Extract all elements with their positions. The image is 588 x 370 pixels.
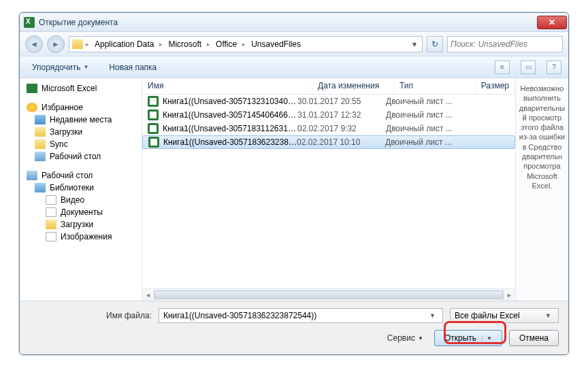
nav-bar: ◄ ► ▸ Application Data ▸ Microsoft ▸ Off… — [20, 32, 568, 56]
breadcrumb-item[interactable]: UnsavedFiles — [248, 38, 304, 50]
close-button[interactable]: ✕ — [537, 16, 567, 29]
chevron-right-icon: ▸ — [242, 41, 246, 48]
scroll-left-arrow[interactable]: ◄ — [142, 289, 154, 301]
col-type[interactable]: Тип — [394, 78, 476, 94]
file-type: Двоичный лист ... — [386, 124, 474, 133]
sidebar-excel[interactable]: Microsoft Excel — [20, 82, 142, 95]
sidebar-favorites[interactable]: Избранное — [20, 101, 142, 114]
col-size[interactable]: Размер — [476, 78, 515, 94]
sidebar-item-sync[interactable]: Sync — [20, 138, 142, 150]
file-type: Двоичный лист ... — [386, 97, 474, 106]
libraries-icon — [35, 183, 46, 192]
file-date: 31.01.2017 12:32 — [297, 110, 386, 120]
file-name: Книга1((Unsaved-305714540646655616)) — [163, 110, 297, 120]
sidebar-item-downloads2[interactable]: Загрузки — [20, 218, 142, 231]
toolbar: Упорядочить▼ Новая папка ≡ ▭ ? — [20, 56, 568, 78]
file-row[interactable]: Книга1((Unsaved-305718362323872544))02.0… — [142, 135, 515, 149]
organize-button[interactable]: Упорядочить▼ — [27, 60, 94, 75]
folder-icon — [72, 39, 83, 49]
forward-button[interactable]: ► — [47, 35, 65, 53]
filename-input[interactable] — [163, 311, 427, 320]
view-options-button[interactable]: ≡ — [495, 61, 510, 74]
dialog-body: Microsoft Excel Избранное Недавние места… — [20, 78, 568, 301]
scroll-right-arrow[interactable]: ► — [503, 289, 515, 301]
file-list: Имя Дата изменения Тип Размер Книга1((Un… — [142, 78, 515, 301]
file-icon — [148, 123, 159, 134]
folder-icon — [35, 139, 46, 149]
chevron-down-icon[interactable]: ▼ — [482, 335, 492, 341]
file-row[interactable]: Книга1((Unsaved-305713231034017392))30.0… — [142, 95, 515, 108]
sidebar-item-desktop[interactable]: Рабочий стол — [20, 150, 142, 163]
file-name: Книга1((Unsaved-305718311263139024)) — [163, 124, 297, 133]
window-title: Открытие документа — [39, 18, 537, 27]
preview-toggle-button[interactable]: ▭ — [521, 61, 536, 74]
sidebar-item-documents[interactable]: Документы — [20, 206, 142, 218]
file-name: Книга1((Unsaved-305713231034017392)) — [163, 97, 297, 106]
documents-icon — [46, 207, 56, 217]
preview-pane: Невозможно выполнить дварительный просмо… — [515, 78, 568, 301]
back-button[interactable]: ◄ — [25, 35, 43, 53]
search-box[interactable] — [447, 36, 563, 52]
search-input[interactable] — [451, 39, 559, 49]
address-dropdown[interactable]: ▾ — [410, 39, 419, 49]
breadcrumb-item[interactable]: Application Data — [92, 38, 157, 50]
images-icon — [46, 232, 56, 241]
star-icon — [27, 103, 37, 112]
list-wrap: Имя Дата изменения Тип Размер Книга1((Un… — [142, 78, 568, 301]
sidebar: Microsoft Excel Избранное Недавние места… — [20, 78, 142, 301]
open-button[interactable]: Открыть▼ — [434, 330, 502, 346]
file-icon — [148, 110, 159, 120]
file-icon — [148, 96, 159, 107]
chevron-down-icon[interactable]: ▼ — [427, 312, 438, 319]
new-folder-button[interactable]: Новая папка — [103, 60, 162, 75]
desktop-icon — [27, 171, 37, 180]
cancel-button[interactable]: Отмена — [509, 330, 559, 346]
chevron-right-icon: ▸ — [159, 41, 163, 48]
refresh-button[interactable]: ↻ — [427, 36, 443, 52]
help-button[interactable]: ? — [546, 61, 561, 74]
chevron-right-icon: ▸ — [86, 41, 89, 48]
footer: Имя файла: ▼ Все файлы Excel ▼ Сервис▼ О… — [20, 301, 568, 354]
file-date: 30.01.2017 20:55 — [297, 97, 386, 106]
sidebar-item-video[interactable]: Видео — [20, 194, 142, 206]
sidebar-item-recent[interactable]: Недавние места — [20, 114, 142, 126]
service-menu[interactable]: Сервис▼ — [387, 333, 423, 343]
sidebar-item-images[interactable]: Изображения — [20, 231, 142, 243]
col-name[interactable]: Имя — [142, 78, 312, 94]
recent-icon — [35, 115, 46, 124]
desktop-icon — [35, 152, 46, 161]
breadcrumb-item[interactable]: Microsoft — [165, 38, 204, 50]
address-bar[interactable]: ▸ Application Data ▸ Microsoft ▸ Office … — [69, 36, 423, 52]
folder-icon — [35, 127, 46, 137]
scroll-thumb[interactable] — [154, 290, 503, 299]
file-date: 02.02.2017 9:32 — [297, 124, 386, 133]
open-dialog: Открытие документа ✕ ◄ ► ▸ Application D… — [19, 12, 569, 355]
excel-icon — [27, 84, 37, 93]
file-row[interactable]: Книга1((Unsaved-305718311263139024))02.0… — [142, 122, 515, 135]
excel-icon — [24, 17, 35, 28]
folder-icon — [46, 220, 56, 229]
chevron-right-icon: ▸ — [207, 41, 210, 48]
file-rows: Книга1((Unsaved-305713231034017392))30.0… — [142, 95, 515, 288]
file-type-filter[interactable]: Все файлы Excel ▼ — [450, 308, 559, 323]
sidebar-item-downloads[interactable]: Загрузки — [20, 126, 142, 138]
file-type: Двоичный лист ... — [385, 137, 474, 147]
horizontal-scrollbar[interactable]: ◄ ► — [142, 288, 515, 301]
column-header: Имя Дата изменения Тип Размер — [142, 78, 515, 95]
titlebar: Открытие документа ✕ — [20, 13, 568, 32]
file-date: 02.02.2017 10:10 — [297, 137, 385, 147]
chevron-down-icon: ▼ — [542, 312, 554, 319]
file-row[interactable]: Книга1((Unsaved-305714540646655616))31.0… — [142, 108, 515, 122]
video-icon — [46, 195, 56, 205]
filename-combobox[interactable]: ▼ — [159, 308, 443, 323]
file-type: Двоичный лист ... — [386, 110, 474, 120]
file-name: Книга1((Unsaved-305718362323872544)) — [163, 137, 297, 147]
sidebar-desktop-group[interactable]: Рабочий стол — [20, 169, 142, 182]
col-date[interactable]: Дата изменения — [312, 78, 394, 94]
breadcrumb-item[interactable]: Office — [213, 38, 240, 50]
filename-label: Имя файла: — [29, 311, 152, 320]
file-icon — [148, 137, 159, 148]
sidebar-libraries[interactable]: Библиотеки — [20, 182, 142, 194]
